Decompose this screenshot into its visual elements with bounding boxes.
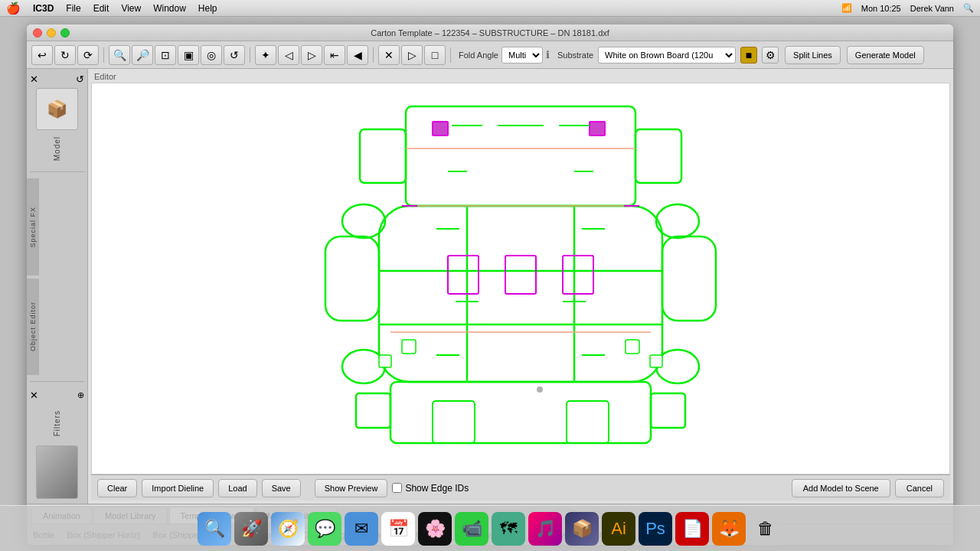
filter-thumbnail (36, 445, 78, 499)
expand-panel2-icon[interactable]: ⊕ (77, 390, 84, 400)
svg-rect-39 (626, 340, 639, 354)
toolbar-btn-1[interactable]: ↩ (31, 45, 53, 65)
filters-label: Filters (51, 406, 63, 441)
load-button[interactable]: Load (218, 479, 256, 497)
substrate-select[interactable]: White on Brown Board (120u (598, 47, 736, 64)
show-edge-ids-label: Show Edge IDs (405, 483, 469, 494)
dock-launchpad[interactable]: 🚀 (234, 512, 268, 546)
import-dieline-button[interactable]: Import Dieline (142, 479, 214, 497)
close-panel2-icon[interactable]: ✕ (30, 390, 38, 401)
dock-maps[interactable]: 🗺 (492, 512, 525, 546)
svg-rect-12 (651, 393, 685, 428)
fold-angle-group: Fold Angle Multi ℹ (459, 47, 550, 64)
substrate-color-btn[interactable]: ■ (740, 47, 757, 64)
dock-calendar[interactable]: 📅 (381, 512, 415, 546)
menu-edit[interactable]: Edit (93, 3, 109, 14)
dock-photos[interactable]: 🌸 (418, 512, 452, 546)
toolbar-btn-sq[interactable]: □ (424, 45, 446, 65)
main-toolbar: ↩ ↻ ⟳ 🔍 🔎 ⊡ ▣ ◎ ↺ ✦ ◁ ▷ ⇤ ◀ ✕ ▷ □ Fold A… (27, 41, 953, 69)
svg-rect-22 (563, 256, 593, 294)
add-model-button[interactable]: Add Model to Scene (792, 479, 890, 497)
sidebar-separator-2 (30, 381, 84, 382)
save-button[interactable]: Save (262, 479, 301, 497)
toolbar-btn-5[interactable]: ⇤ (324, 45, 345, 65)
cancel-button[interactable]: Cancel (895, 479, 944, 497)
toolbar-btn-2[interactable]: ↻ (54, 45, 76, 65)
svg-rect-1 (360, 129, 406, 183)
apple-menu[interactable]: 🍎 (6, 2, 21, 15)
svg-rect-38 (402, 340, 416, 354)
separator-1 (103, 47, 104, 63)
dock-messages[interactable]: 💬 (308, 512, 341, 546)
substrate-settings-btn[interactable]: ⚙ (762, 47, 779, 64)
show-preview-button[interactable]: Show Preview (315, 479, 388, 497)
menu-file[interactable]: File (66, 3, 80, 14)
close-panel-icon[interactable]: ✕ (30, 73, 38, 85)
search-icon[interactable]: 🔍 (963, 3, 974, 13)
toolbar-btn-zoom-in[interactable]: 🔍 (109, 45, 130, 65)
menu-help[interactable]: Help (198, 3, 217, 14)
toolbar-btn-3[interactable]: ⟳ (77, 45, 99, 65)
bottom-toolbar: Clear Import Dieline Load Save Show Prev… (91, 474, 950, 500)
menu-bar: 🍎 IC3D File Edit View Window Help 📶 Mon … (0, 0, 980, 17)
dock-safari[interactable]: 🧭 (271, 512, 305, 546)
clear-button[interactable]: Clear (97, 479, 137, 497)
fold-angle-info-icon: ℹ (546, 49, 550, 60)
minimize-button[interactable] (47, 28, 56, 37)
app-name: IC3D (33, 3, 54, 14)
toolbar-btn-refresh[interactable]: ↺ (224, 45, 245, 65)
toolbar-btn-circle[interactable]: ◎ (201, 45, 222, 65)
cursor-dot (537, 386, 543, 393)
toolbar-btn-fwd[interactable]: ▷ (301, 45, 322, 65)
toolbar-btn-tri[interactable]: ▷ (401, 45, 423, 65)
dock-trash[interactable]: 🗑 (749, 512, 782, 546)
svg-rect-20 (448, 256, 479, 294)
title-bar: Carton Template – 122354 – SUBSTRUCTURE … (27, 24, 953, 41)
dock-photoshop[interactable]: Ps (639, 512, 672, 546)
dock-illustrator[interactable]: Ai (602, 512, 635, 546)
dock-itunes[interactable]: 🎵 (528, 512, 562, 546)
user-name: Derek Vann (910, 4, 954, 13)
special-fx-tab[interactable]: Special FX (27, 178, 39, 275)
svg-rect-11 (356, 393, 390, 428)
svg-rect-41 (650, 355, 662, 367)
svg-rect-10 (390, 382, 651, 443)
toolbar-btn-move[interactable]: ✦ (255, 45, 276, 65)
separator-3 (373, 47, 374, 63)
close-button[interactable] (33, 28, 42, 37)
svg-rect-42 (433, 401, 475, 443)
special-fx-panel (39, 178, 87, 275)
dock-acrobat[interactable]: 📄 (675, 512, 709, 546)
dock-firefox[interactable]: 🦊 (712, 512, 746, 546)
fold-angle-select[interactable]: Multi (501, 47, 543, 64)
show-edge-ids-checkbox[interactable] (392, 483, 402, 493)
toolbar-btn-back[interactable]: ◁ (278, 45, 299, 65)
toolbar-btn-x[interactable]: ✕ (378, 45, 400, 65)
refresh-panel-icon[interactable]: ↺ (76, 73, 84, 85)
generate-model-button[interactable]: Generate Model (847, 46, 924, 64)
toolbar-btn-fit[interactable]: ⊡ (155, 45, 176, 65)
traffic-lights (33, 28, 70, 37)
dock-facetime[interactable]: 📹 (455, 512, 488, 546)
substrate-group: Substrate White on Brown Board (120u ■ ⚙ (557, 47, 779, 64)
dock-mail[interactable]: ✉ (345, 512, 378, 546)
content-area: ✕ ↺ 📦 Model Special FX Object Editor (27, 69, 953, 504)
dock-finder[interactable]: 🔍 (198, 512, 231, 546)
carton-diagram (283, 87, 758, 470)
menu-window[interactable]: Window (153, 3, 186, 14)
canvas-container[interactable] (91, 83, 950, 474)
maximize-button[interactable] (60, 28, 70, 37)
split-lines-button[interactable]: Split Lines (785, 46, 841, 64)
toolbar-btn-zoom-out[interactable]: 🔎 (132, 45, 153, 65)
substrate-label: Substrate (557, 51, 593, 60)
show-edge-ids-group: Show Edge IDs (392, 483, 469, 494)
app-window: Carton Template – 122354 – SUBSTRUCTURE … (27, 24, 953, 545)
separator-2 (250, 47, 250, 63)
svg-rect-2 (635, 129, 681, 183)
dock-ic3d[interactable]: 📦 (565, 512, 599, 546)
menu-view[interactable]: View (121, 3, 141, 14)
object-editor-tab[interactable]: Object Editor (27, 279, 39, 375)
toolbar-btn-frame[interactable]: ▣ (178, 45, 199, 65)
toolbar-btn-6[interactable]: ◀ (347, 45, 368, 65)
svg-rect-24 (590, 122, 605, 135)
